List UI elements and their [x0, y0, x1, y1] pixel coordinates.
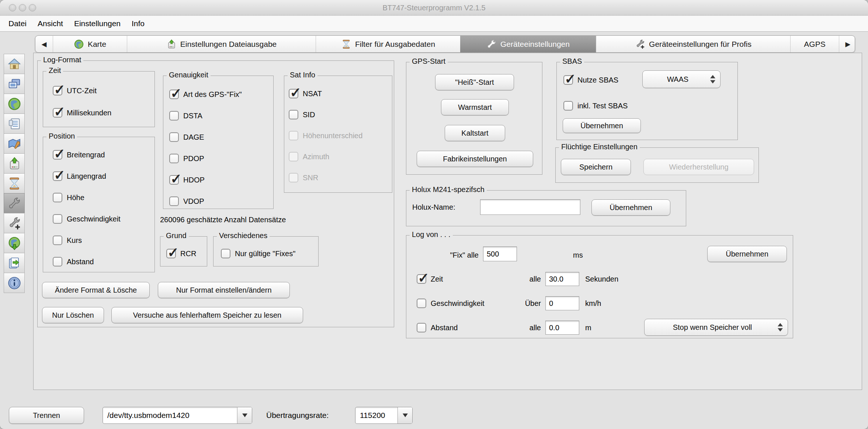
- factory-settings-button[interactable]: Fabrikeinstellungen: [417, 151, 533, 167]
- group-title: Holux M241-spezifsch: [410, 185, 487, 194]
- checkbox-box: [289, 173, 298, 182]
- checkbox-dsta[interactable]: DSTA: [169, 110, 273, 122]
- sbas-mode-select[interactable]: WAAS: [642, 70, 721, 88]
- tab-geräteeinstellungen[interactable]: Geräteeinstellungen: [460, 36, 596, 52]
- change-format-erase-button[interactable]: Ändere Format & Lösche: [42, 282, 150, 298]
- checkbox-hdop[interactable]: HDOP: [169, 174, 273, 186]
- wrench-plus-icon: [7, 216, 21, 230]
- checkbox-breitengrad[interactable]: Breitengrad: [53, 149, 154, 161]
- sidebar-button-device-upload[interactable]: [4, 153, 25, 174]
- dropdown-arrow-icon[interactable]: [397, 407, 412, 423]
- checkbox-abstand[interactable]: Abstand: [417, 322, 510, 334]
- checkbox-längengrad[interactable]: Längengrad: [53, 170, 154, 182]
- checkbox-zeit[interactable]: Zeit: [417, 273, 510, 285]
- checkbox-label: HDOP: [183, 176, 205, 184]
- tab-agps[interactable]: AGPS: [790, 36, 839, 52]
- checkbox-millisekunden[interactable]: Millisekunden: [53, 107, 154, 119]
- sidebar-button-wrench[interactable]: [4, 193, 25, 213]
- sidebar-toolbar: [4, 54, 25, 293]
- fix-interval-input[interactable]: [483, 247, 517, 261]
- checkbox-geschwindigkeit[interactable]: Geschwindigkeit: [53, 213, 154, 225]
- sidebar-button-info[interactable]: [4, 273, 25, 293]
- close-button[interactable]: [9, 4, 16, 11]
- test-sbas-checkbox[interactable]: inkl. Test SBAS: [563, 100, 628, 112]
- sbas-apply-button[interactable]: Übernehmen: [563, 118, 641, 133]
- checkbox-kurs[interactable]: Kurs: [53, 234, 154, 246]
- menu-datei[interactable]: Datei: [3, 19, 32, 28]
- holux-apply-button[interactable]: Übernehmen: [591, 199, 670, 216]
- menu-einstellungen[interactable]: Einstellungen: [69, 19, 126, 28]
- qualifier-label: alle: [510, 275, 541, 283]
- port-select[interactable]: /dev/tty.usbmodem1420: [103, 407, 252, 424]
- tab-karte[interactable]: Karte: [53, 36, 127, 52]
- tab-geräteeinstellungen-für-profis[interactable]: Geräteeinstellungen für Profis: [596, 36, 790, 52]
- cold-start-button[interactable]: Kaltstart: [445, 125, 505, 141]
- tabstrip: ◀ KarteEinstellungen DateiausgabeFilter …: [35, 35, 855, 53]
- use-sbas-checkbox[interactable]: Nutze SBAS: [563, 74, 618, 86]
- sidebar-button-map-tools[interactable]: [4, 133, 25, 154]
- warm-start-button[interactable]: Warmstart: [441, 99, 509, 115]
- sidebar-button-table[interactable]: [4, 114, 25, 134]
- sidebar-button-doc-forward[interactable]: [4, 253, 25, 273]
- sidebar-button-home[interactable]: [4, 54, 25, 74]
- checkbox-label: Höhenunterschied: [303, 132, 362, 140]
- checkbox-label: Höhe: [67, 193, 84, 202]
- checkbox-vdop[interactable]: VDOP: [169, 195, 273, 207]
- sidebar-button-globe[interactable]: [4, 94, 25, 114]
- chevron-left-icon: ◀: [42, 40, 47, 48]
- checkbox-box: [166, 249, 176, 258]
- tab-filter-für-ausgabedaten[interactable]: Filter für Ausgabedaten: [316, 36, 460, 52]
- tab-scroll-right-button[interactable]: ▶: [839, 36, 855, 52]
- tab-label: Karte: [88, 40, 106, 49]
- zeit-value-input[interactable]: [545, 272, 579, 286]
- holux-name-input[interactable]: [480, 199, 580, 215]
- tab-label: Geräteeinstellungen für Profis: [649, 40, 751, 49]
- memory-full-select[interactable]: Stop wenn Speicher voll: [644, 319, 788, 336]
- set-format-only-button[interactable]: Nur Format einstellen/ändern: [158, 282, 290, 298]
- sidebar-button-windows[interactable]: [4, 74, 25, 94]
- geschwindigkeit-value-input[interactable]: [545, 296, 579, 310]
- menu-ansicht[interactable]: Ansicht: [32, 19, 69, 28]
- port-value: /dev/tty.usbmodem1420: [103, 407, 237, 423]
- dropdown-arrow-icon[interactable]: [237, 407, 252, 423]
- group-zeit: ZeitUTC-ZeitMillisekunden: [43, 71, 155, 127]
- checkbox-geschwindigkeit[interactable]: Geschwindigkeit: [417, 297, 510, 309]
- checkbox-pdop[interactable]: PDOP: [169, 153, 273, 164]
- save-button[interactable]: Speichern: [561, 159, 631, 175]
- checkbox-rcr[interactable]: RCR: [166, 248, 207, 259]
- checkbox-label: Abstand: [67, 258, 94, 266]
- checkbox-nur-gültige-fixes[interactable]: Nur gültige "Fixes": [221, 248, 318, 259]
- group-title: Log-Format: [41, 56, 83, 64]
- record-estimate-text: 260096 geschätzte Anzahl Datensätze: [160, 216, 286, 224]
- checkbox-label: Breitengrad: [67, 151, 105, 159]
- checkbox-sid[interactable]: SID: [289, 109, 392, 121]
- abstand-value-input[interactable]: [545, 321, 579, 335]
- menu-info[interactable]: Info: [126, 19, 150, 28]
- recover-memory-button[interactable]: Versuche aus fehlerhaftem Speicher zu le…: [111, 307, 303, 323]
- sidebar-button-hourglass[interactable]: [4, 173, 25, 193]
- tab-scroll-left-button[interactable]: ◀: [35, 36, 53, 52]
- group-sat-info: Sat InfoNSATSIDHöhenunterschiedAzimuthSN…: [284, 76, 392, 193]
- titlebar: BT747-Steuerprogramm V2.1.5: [0, 0, 868, 15]
- baud-select[interactable]: 115200: [355, 407, 413, 424]
- checkbox-utc-zeit[interactable]: UTC-Zeit: [53, 85, 154, 97]
- checkbox-nsat[interactable]: NSAT: [289, 88, 392, 100]
- checkbox-box: [417, 274, 426, 284]
- log-apply-button[interactable]: Übernehmen: [707, 246, 787, 262]
- sidebar-button-wrench-plus[interactable]: [4, 213, 25, 233]
- disconnect-button[interactable]: Trennen: [9, 407, 84, 424]
- checkbox-box: [53, 193, 62, 202]
- checkbox-höhe[interactable]: Höhe: [53, 192, 154, 203]
- erase-only-button[interactable]: Nur Löschen: [42, 307, 104, 323]
- windows-icon: [7, 77, 21, 91]
- zoom-button[interactable]: [29, 4, 36, 11]
- checkbox-abstand[interactable]: Abstand: [53, 256, 154, 268]
- checkbox-art-des-gps-fix[interactable]: Art des GPS-"Fix": [169, 88, 273, 100]
- minimize-button[interactable]: [19, 4, 26, 11]
- sidebar-button-globe-download[interactable]: [4, 233, 25, 253]
- checkbox-box: [563, 75, 573, 85]
- log-condition-row: GeschwindigkeitÜberkm/h: [417, 297, 601, 310]
- tab-einstellungen-dateiausgabe[interactable]: Einstellungen Dateiausgabe: [127, 36, 316, 52]
- checkbox-dage[interactable]: DAGE: [169, 131, 273, 143]
- hot-start-button[interactable]: "Heiß"-Start: [435, 74, 514, 90]
